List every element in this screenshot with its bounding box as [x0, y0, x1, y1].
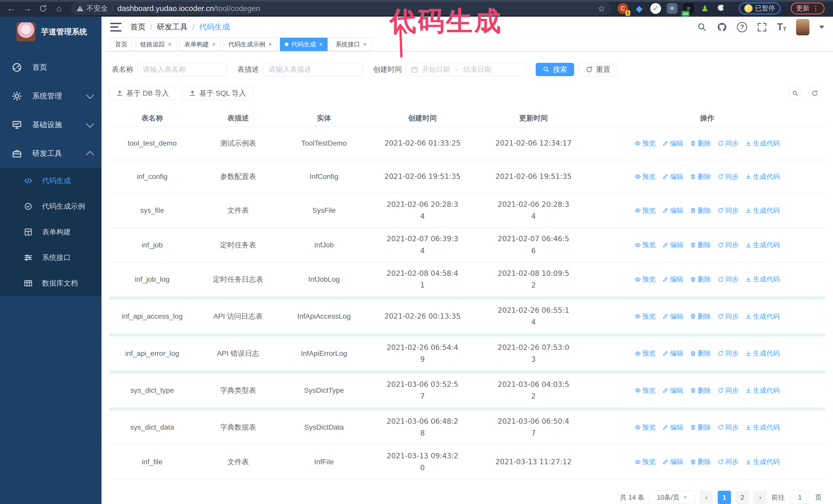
preview-action[interactable]: 预览: [635, 423, 656, 432]
show-search-toggle-button[interactable]: [788, 87, 802, 100]
sidebar-item-system-api[interactable]: 系统接口: [0, 245, 101, 270]
extension-grid-icon[interactable]: ❖: [667, 3, 677, 14]
preview-action[interactable]: 预览: [635, 275, 656, 284]
preview-action[interactable]: 预览: [635, 172, 656, 181]
table-row[interactable]: inf_job 定时任务表 InfJob 2021-02-07 06:39:34…: [109, 227, 825, 262]
delete-action[interactable]: 删除: [690, 275, 711, 284]
delete-action[interactable]: 删除: [690, 240, 711, 249]
tab-链路追踪[interactable]: 链路追踪×: [135, 38, 176, 51]
generate-code-action[interactable]: 生成代码: [745, 312, 780, 321]
sidebar-item-home[interactable]: 首页: [0, 53, 101, 82]
generate-code-action[interactable]: 生成代码: [745, 139, 780, 148]
sync-action[interactable]: 同步: [718, 349, 739, 358]
import-sql-button[interactable]: 基于 SQL 导入: [182, 87, 253, 100]
github-icon[interactable]: [717, 22, 727, 32]
table-row[interactable]: inf_job_log 定时任务日志表 InfJobLog 2021-02-08…: [109, 262, 825, 296]
edit-action[interactable]: 编辑: [662, 457, 683, 466]
preview-action[interactable]: 预览: [635, 349, 656, 358]
close-tab-icon[interactable]: ×: [212, 41, 216, 48]
tab-表单构建[interactable]: 表单构建×: [180, 38, 220, 51]
delete-action[interactable]: 删除: [690, 457, 711, 466]
page-button-2[interactable]: 2: [736, 491, 749, 504]
generate-code-action[interactable]: 生成代码: [745, 386, 780, 395]
table-row[interactable]: sys_file 文件表 SysFile 2021-02-06 20:28:34…: [109, 193, 825, 227]
edit-action[interactable]: 编辑: [662, 349, 683, 358]
bookmark-star-icon[interactable]: ☆: [598, 3, 605, 14]
profile-paused-pill[interactable]: 已暂停: [739, 3, 781, 14]
delete-action[interactable]: 删除: [690, 386, 711, 395]
tab-代码生成示例[interactable]: 代码生成示例×: [223, 38, 277, 51]
update-button[interactable]: 更新 ⋮: [791, 3, 825, 14]
table-row[interactable]: inf_config 参数配置表 InfConfig 2021-02-06 19…: [109, 160, 825, 193]
sync-action[interactable]: 同步: [718, 172, 739, 181]
delete-action[interactable]: 删除: [690, 423, 711, 432]
search-button[interactable]: 搜索: [536, 63, 574, 76]
date-range-picker[interactable]: 开始日期 - 结束日期: [406, 63, 526, 76]
breadcrumb-home[interactable]: 首页: [130, 22, 146, 32]
table-name-input[interactable]: 请输入表名称: [137, 63, 227, 76]
avatar-caret-icon[interactable]: [819, 26, 824, 29]
sidebar-item-codegen[interactable]: 代码生成: [0, 168, 101, 194]
extension-check-icon[interactable]: ✓: [650, 3, 661, 14]
extension-android-icon[interactable]: ♟: [699, 3, 710, 14]
browser-menu-kebab-icon[interactable]: ⋮: [812, 4, 819, 13]
sidebar-collapse-icon[interactable]: [110, 23, 121, 31]
delete-action[interactable]: 删除: [690, 312, 711, 321]
edit-action[interactable]: 编辑: [662, 172, 683, 181]
tab-系统接口[interactable]: 系统接口×: [331, 38, 372, 51]
tab-代码生成[interactable]: 代码生成×: [280, 38, 328, 51]
table-row[interactable]: inf_file 文件表 InfFile 2021-03-13 09:43:20…: [109, 445, 825, 479]
search-icon[interactable]: [697, 22, 707, 32]
import-db-button[interactable]: 基于 DB 导入: [109, 87, 176, 100]
edit-action[interactable]: 编辑: [662, 139, 683, 148]
browser-forward-icon[interactable]: →: [21, 2, 34, 15]
close-tab-icon[interactable]: ×: [363, 41, 367, 48]
preview-action[interactable]: 预览: [635, 139, 656, 148]
font-size-icon[interactable]: TT: [777, 22, 786, 32]
edit-action[interactable]: 编辑: [662, 423, 683, 432]
delete-action[interactable]: 删除: [690, 206, 711, 215]
prev-page-button[interactable]: ‹: [700, 491, 713, 504]
generate-code-action[interactable]: 生成代码: [745, 457, 780, 466]
delete-action[interactable]: 删除: [690, 349, 711, 358]
help-icon[interactable]: ?: [737, 22, 747, 32]
sync-action[interactable]: 同步: [718, 275, 739, 284]
generate-code-action[interactable]: 生成代码: [745, 423, 780, 432]
browser-back-icon[interactable]: ←: [5, 2, 18, 15]
sync-action[interactable]: 同步: [718, 386, 739, 395]
goto-page-input[interactable]: 1: [790, 491, 809, 504]
address-bar[interactable]: ! 不安全 dashboard.yudao.iocoder.cn/tool/co…: [71, 3, 611, 14]
sync-action[interactable]: 同步: [718, 206, 739, 215]
table-row[interactable]: inf_api_access_log API 访问日志表 InfApiAcces…: [109, 296, 825, 333]
generate-code-action[interactable]: 生成代码: [745, 240, 780, 249]
sidebar-item-form-builder[interactable]: 表单构建: [0, 219, 101, 245]
user-avatar[interactable]: [796, 19, 809, 35]
sidebar-item-system[interactable]: 系统管理: [0, 82, 101, 111]
sync-action[interactable]: 同步: [718, 312, 739, 321]
preview-action[interactable]: 预览: [635, 206, 656, 215]
logo-row[interactable]: 芋道管理系统: [0, 17, 101, 46]
sync-action[interactable]: 同步: [718, 240, 739, 249]
edit-action[interactable]: 编辑: [662, 206, 683, 215]
sidebar-item-infra[interactable]: 基础设施: [0, 111, 101, 139]
edit-action[interactable]: 编辑: [662, 312, 683, 321]
table-row[interactable]: sys_dict_type 字典类型表 SysDictType 2021-03-…: [109, 370, 825, 407]
extension-c-icon[interactable]: C 1: [617, 3, 628, 14]
sync-action[interactable]: 同步: [718, 457, 739, 466]
edit-action[interactable]: 编辑: [662, 275, 683, 284]
close-tab-icon[interactable]: ×: [268, 41, 272, 48]
table-row[interactable]: tool_test_demo 测试示例表 ToolTestDemo 2021-0…: [109, 126, 825, 160]
page-size-select[interactable]: 10条/页: [649, 491, 695, 504]
sidebar-item-db-doc[interactable]: 数据库文档: [0, 270, 101, 296]
page-button-1[interactable]: 1: [718, 491, 731, 504]
sync-action[interactable]: 同步: [718, 423, 739, 432]
next-page-button[interactable]: ›: [754, 491, 767, 504]
preview-action[interactable]: 预览: [635, 240, 656, 249]
table-row[interactable]: sys_dict_data 字典数据表 SysDictData 2021-03-…: [109, 407, 825, 444]
edit-action[interactable]: 编辑: [662, 240, 683, 249]
refresh-table-button[interactable]: [808, 87, 822, 100]
breadcrumb-devtools[interactable]: 研发工具: [157, 22, 188, 32]
security-chip[interactable]: 不安全: [86, 4, 108, 13]
delete-action[interactable]: 删除: [690, 139, 711, 148]
generate-code-action[interactable]: 生成代码: [745, 349, 780, 358]
